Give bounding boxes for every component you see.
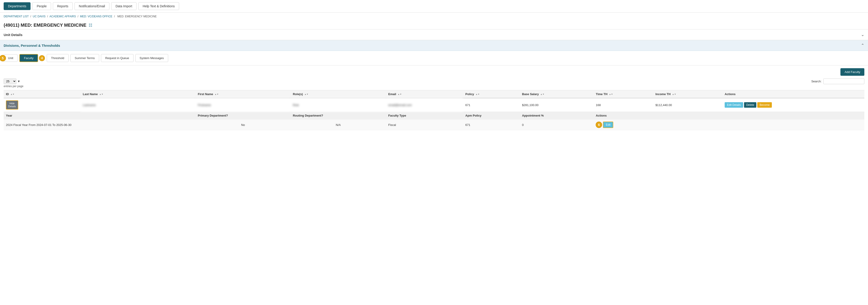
base-salary-sort-icon[interactable]: ▲▼ bbox=[540, 93, 545, 95]
detail-cell-faculty-type: Fiscal bbox=[386, 119, 463, 130]
table-row: Hide Details Lastname Firstname Role ema… bbox=[4, 98, 864, 112]
detail-col-routing-dept: Routing Department? bbox=[290, 112, 386, 119]
cell-roles: Role bbox=[290, 98, 386, 112]
faculty-table: ID ▲▼ Last Name ▲▼ First Name ▲▼ Role(s)… bbox=[4, 90, 864, 130]
col-header-email[interactable]: Email ▲▼ bbox=[386, 90, 463, 98]
cell-policy: 671 bbox=[463, 98, 520, 112]
breadcrumb-sep-3: / bbox=[78, 15, 78, 18]
time-th-sort-icon[interactable]: ▲▼ bbox=[609, 93, 613, 95]
detail-cell-primary-dept: No bbox=[195, 119, 290, 130]
breadcrumb-academic-affairs[interactable]: ACADEMIC AFFAIRS bbox=[50, 15, 76, 18]
delete-button[interactable]: Delete bbox=[744, 102, 756, 108]
detail-data-row: 2024 Fiscal Year From 2024-07-01 To 2025… bbox=[4, 119, 864, 130]
col-header-base-salary[interactable]: Base Salary ▲▼ bbox=[520, 90, 594, 98]
nav-notifications[interactable]: Notifications/Email bbox=[74, 2, 110, 10]
email-sort-icon[interactable]: ▲▼ bbox=[398, 93, 402, 95]
faculty-table-wrapper: ID ▲▼ Last Name ▲▼ First Name ▲▼ Role(s)… bbox=[0, 90, 868, 130]
search-section: Search: bbox=[811, 79, 864, 84]
col-header-policy[interactable]: Policy ▲▼ bbox=[463, 90, 520, 98]
tab-summer-terms[interactable]: Summer Terms bbox=[70, 54, 99, 62]
annotation-badge-4: 4 bbox=[39, 55, 45, 61]
col-header-id[interactable]: ID ▲▼ bbox=[4, 90, 81, 98]
breadcrumb-uc-davis[interactable]: UC DAVIS bbox=[33, 15, 45, 18]
detail-col-year: Year bbox=[4, 112, 81, 119]
cell-base-salary: $281,100.00 bbox=[520, 98, 594, 112]
last-name-sort-icon[interactable]: ▲▼ bbox=[99, 93, 103, 95]
col-header-time-th[interactable]: Time TH ▲▼ bbox=[593, 90, 653, 98]
annotation-badge-6: 6 bbox=[596, 121, 602, 128]
edit-details-button[interactable]: Edit Details bbox=[725, 102, 743, 108]
detail-cell-filler bbox=[722, 119, 864, 130]
unit-details-label: Unit Details bbox=[4, 33, 23, 37]
top-navigation: Departments People Reports Notifications… bbox=[0, 0, 868, 12]
breadcrumb-dept-list[interactable]: DEPARTMENT LIST bbox=[4, 15, 29, 18]
divisions-chevron-up: ⌃ bbox=[861, 43, 864, 48]
tree-icon[interactable]: ☷ bbox=[89, 23, 92, 28]
cell-time-th: 168 bbox=[593, 98, 653, 112]
table-controls: 10 25 50 100 ▼ entries per page Search: bbox=[0, 79, 868, 90]
page-title-row: (49011) MED: EMERGENCY MEDICINE ☷ bbox=[0, 20, 868, 29]
divisions-label: Divisions, Personnel & Thresholds bbox=[4, 44, 60, 48]
breadcrumb-vc-deans[interactable]: MED: VC/DEANS OFFICE bbox=[80, 15, 112, 18]
breadcrumb-sep-1: / bbox=[30, 15, 31, 18]
detail-cell-year: 2024 Fiscal Year From 2024-07-01 To 2025… bbox=[4, 119, 195, 130]
nav-help-text[interactable]: Help Text & Definitions bbox=[138, 2, 179, 10]
cell-income-th: $112,440.00 bbox=[653, 98, 722, 112]
col-header-actions: Actions bbox=[722, 90, 864, 98]
nav-people[interactable]: People bbox=[32, 2, 51, 10]
detail-cell-routing-dept: N/A bbox=[290, 119, 386, 130]
search-label: Search: bbox=[811, 80, 822, 83]
dropdown-icon: ▼ bbox=[17, 80, 20, 83]
breadcrumb-current: MED: EMERGENCY MEDICINE bbox=[117, 15, 157, 18]
become-button[interactable]: Become bbox=[757, 102, 772, 108]
breadcrumb: DEPARTMENT LIST / UC DAVIS / ACADEMIC AF… bbox=[0, 12, 868, 20]
detail-col-apm-policy: Apm Policy bbox=[463, 112, 520, 119]
table-header-row: ID ▲▼ Last Name ▲▼ First Name ▲▼ Role(s)… bbox=[4, 90, 864, 98]
detail-header-row: Year Primary Department? Routing Departm… bbox=[4, 112, 864, 119]
roles-sort-icon[interactable]: ▲▼ bbox=[305, 93, 309, 95]
detail-cell-appointment-pct: 0 bbox=[520, 119, 594, 130]
tab-request-in-queue[interactable]: Request in Queue bbox=[101, 54, 133, 62]
divisions-panel[interactable]: Divisions, Personnel & Thresholds ⌃ bbox=[0, 40, 868, 51]
nav-reports[interactable]: Reports bbox=[53, 2, 73, 10]
col-header-roles[interactable]: Role(s) ▲▼ bbox=[290, 90, 386, 98]
search-input[interactable] bbox=[823, 79, 864, 84]
col-header-last-name[interactable]: Last Name ▲▼ bbox=[81, 90, 195, 98]
cell-actions-main: Edit Details Delete Become bbox=[722, 98, 864, 112]
tab-faculty[interactable]: Faculty bbox=[19, 54, 38, 62]
col-header-income-th[interactable]: Income TH ▲▼ bbox=[653, 90, 722, 98]
policy-sort-icon[interactable]: ▲▼ bbox=[475, 93, 480, 95]
first-name-sort-icon[interactable]: ▲▼ bbox=[215, 93, 219, 95]
cell-first-name: Firstname bbox=[195, 98, 290, 112]
nav-data-import[interactable]: Data Import bbox=[111, 2, 136, 10]
faculty-toolbar: Add Faculty bbox=[0, 65, 868, 79]
nav-departments[interactable]: Departments bbox=[4, 2, 31, 10]
cell-email: email@email.com bbox=[386, 98, 463, 112]
detail-col-actions: Actions bbox=[593, 112, 864, 119]
entries-per-page-section: 10 25 50 100 ▼ entries per page bbox=[4, 79, 24, 88]
detail-col-primary-dept: Primary Department? bbox=[195, 112, 290, 119]
cell-hide-details: Hide Details bbox=[4, 98, 81, 112]
breadcrumb-sep-2: / bbox=[47, 15, 48, 18]
sub-tabs: 5 Unit Faculty 4 Threshold Summer Terms … bbox=[0, 51, 868, 65]
breadcrumb-sep-4: / bbox=[114, 15, 115, 18]
detail-col-empty bbox=[81, 112, 195, 119]
entries-per-page-select[interactable]: 10 25 50 100 bbox=[4, 79, 17, 84]
tab-threshold[interactable]: Threshold bbox=[47, 54, 69, 62]
detail-col-faculty-type: Faculty Type bbox=[386, 112, 463, 119]
entries-label: entries per page bbox=[4, 85, 24, 88]
detail-cell-apm-policy: 671 bbox=[463, 119, 520, 130]
col-header-first-name[interactable]: First Name ▲▼ bbox=[195, 90, 290, 98]
page-title: (49011) MED: EMERGENCY MEDICINE bbox=[4, 23, 86, 28]
hide-details-button[interactable]: Hide Details bbox=[6, 101, 18, 110]
cell-last-name: Lastname bbox=[81, 98, 195, 112]
unit-details-section[interactable]: Unit Details ⌄ bbox=[0, 29, 868, 40]
detail-col-appointment-pct: Appointment % bbox=[520, 112, 594, 119]
id-sort-icon[interactable]: ▲▼ bbox=[10, 93, 14, 95]
income-th-sort-icon[interactable]: ▲▼ bbox=[672, 93, 676, 95]
detail-edit-button[interactable]: Edit bbox=[603, 121, 613, 128]
tab-system-messages[interactable]: System Messages bbox=[135, 54, 168, 62]
detail-cell-actions: 6 Edit bbox=[593, 119, 722, 130]
add-faculty-button[interactable]: Add Faculty bbox=[840, 68, 864, 76]
unit-details-chevron-down: ⌄ bbox=[861, 32, 864, 37]
